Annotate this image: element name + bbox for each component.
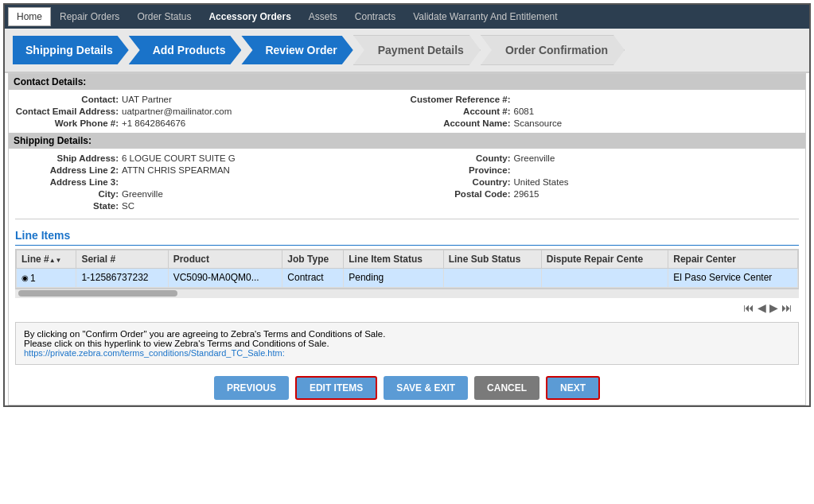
city-row: City: Greenville: [15, 189, 407, 199]
pagination-prev[interactable]: ◀: [758, 301, 766, 314]
address2-value: ATTN CHRIS SPEARMAN: [122, 165, 230, 175]
step-shipping-label[interactable]: Shipping Details: [13, 36, 129, 64]
postal-row: Postal Code: 29615: [407, 189, 800, 199]
nav-accessory-orders[interactable]: Accessory Orders: [200, 7, 299, 26]
contact-label: Contact:: [15, 95, 119, 104]
nav-assets[interactable]: Assets: [300, 7, 346, 26]
nav-repair-orders[interactable]: Repair Orders: [51, 7, 128, 26]
wizard-steps: Shipping Details Add Products Review Ord…: [5, 29, 809, 73]
pagination-next[interactable]: ▶: [769, 301, 778, 314]
cell-dispute: [541, 269, 668, 288]
account-name-label: Account Name:: [407, 118, 511, 128]
shipping-left: Ship Address: 6 LOGUE COURT SUITE G Addr…: [15, 153, 407, 211]
shipping-right: County: Greenville Province: Country: Un…: [407, 153, 800, 211]
table-row[interactable]: ◉ 1 1-12586737232 VC5090-MA0QM0... Contr…: [17, 269, 798, 288]
account-num-value: 6081: [514, 107, 535, 116]
cancel-button[interactable]: CANCEL: [474, 376, 539, 400]
ship-address-label: Ship Address:: [15, 153, 119, 163]
previous-button[interactable]: PREVIOUS: [214, 376, 289, 400]
phone-row: Work Phone #: +1 8642864676: [15, 118, 407, 128]
postal-label: Postal Code:: [407, 189, 511, 199]
address3-row: Address Line 3:: [15, 177, 407, 187]
state-label: State:: [15, 201, 119, 211]
shipping-section-header: Shipping Details:: [9, 133, 805, 149]
account-num-row: Account #: 6081: [407, 107, 800, 116]
county-value: Greenville: [514, 153, 555, 163]
terms-line1: By clicking on "Confirm Order" you are a…: [24, 329, 790, 339]
scroll-thumb[interactable]: [18, 290, 177, 297]
step-payment-label[interactable]: Payment Details: [353, 35, 481, 65]
pagination-first[interactable]: ⏮: [743, 301, 754, 314]
cell-job-type: Contract: [282, 269, 344, 288]
nav-validate[interactable]: Validate Warranty And Entitlement: [404, 7, 566, 26]
contact-section-header: Contact Details:: [9, 74, 805, 90]
col-status[interactable]: Line Item Status: [344, 250, 443, 269]
col-sub-status[interactable]: Line Sub Status: [443, 250, 541, 269]
contact-right: Customer Reference #: Account #: 6081 Ac…: [407, 95, 800, 128]
contact-row: Contact: UAT Partner: [15, 95, 407, 104]
contact-left: Contact: UAT Partner Contact Email Addre…: [15, 95, 407, 128]
email-value: uatpartner@mailinator.com: [122, 107, 232, 116]
step-add-products[interactable]: Add Products: [129, 36, 242, 64]
step-add-products-label[interactable]: Add Products: [129, 36, 242, 64]
customer-ref-label: Customer Reference #:: [407, 95, 511, 104]
city-label: City:: [15, 189, 119, 199]
contact-value: UAT Partner: [122, 95, 172, 104]
shipping-details: Ship Address: 6 LOGUE COURT SUITE G Addr…: [15, 149, 799, 215]
postal-value: 29615: [514, 189, 539, 199]
step-order-confirmation[interactable]: Order Confirmation: [481, 35, 625, 65]
cell-line-num: ◉ 1: [17, 269, 76, 288]
step-payment-details[interactable]: Payment Details: [353, 35, 481, 65]
phone-label: Work Phone #:: [15, 118, 119, 128]
step-confirmation-label[interactable]: Order Confirmation: [481, 35, 625, 65]
nav-home[interactable]: Home: [8, 7, 51, 26]
step-review-order[interactable]: Review Order: [241, 36, 352, 64]
col-line-num[interactable]: Line #▲▼: [17, 250, 76, 269]
cell-status: Pending: [344, 269, 443, 288]
cell-serial: 1-12586737232: [76, 269, 168, 288]
province-label: Province:: [407, 165, 511, 175]
horizontal-scrollbar[interactable]: [15, 289, 799, 298]
ship-address-value: 6 LOGUE COURT SUITE G: [122, 153, 236, 163]
terms-box: By clicking on "Confirm Order" you are a…: [15, 322, 799, 365]
col-product[interactable]: Product: [168, 250, 282, 269]
line-items-table-container[interactable]: Line #▲▼ Serial # Product Job Type Line …: [15, 249, 799, 289]
address2-label: Address Line 2:: [15, 165, 119, 175]
account-num-label: Account #:: [407, 107, 511, 116]
ship-address-row: Ship Address: 6 LOGUE COURT SUITE G: [15, 153, 407, 163]
step-shipping[interactable]: Shipping Details: [13, 36, 129, 64]
pagination-last[interactable]: ⏭: [781, 301, 793, 314]
terms-line2: Please click on this hyperlink to view Z…: [24, 339, 790, 348]
terms-link[interactable]: https://private.zebra.com/terms_conditio…: [24, 348, 285, 358]
main-content: Contact Details: Contact: UAT Partner Co…: [8, 73, 806, 405]
contact-details: Contact: UAT Partner Contact Email Addre…: [15, 90, 799, 133]
step-review-order-label[interactable]: Review Order: [241, 36, 352, 64]
account-name-row: Account Name: Scansource: [407, 118, 800, 128]
cell-repair-center: El Paso Service Center: [668, 269, 798, 288]
email-label: Contact Email Address:: [15, 107, 119, 116]
county-label: County:: [407, 153, 511, 163]
footer-buttons: PREVIOUS EDIT ITEMS SAVE & EXIT CANCEL N…: [15, 370, 799, 405]
col-dispute[interactable]: Dispute Repair Cente: [541, 250, 668, 269]
line-items-header: Line Items: [15, 223, 799, 246]
col-serial[interactable]: Serial #: [76, 250, 168, 269]
cell-sub-status: [443, 269, 541, 288]
account-name-value: Scansource: [514, 118, 563, 128]
country-value: United States: [514, 177, 569, 187]
nav-contracts[interactable]: Contracts: [346, 7, 404, 26]
col-job-type[interactable]: Job Type: [282, 250, 344, 269]
state-value: SC: [122, 201, 134, 211]
phone-value: +1 8642864676: [122, 118, 185, 128]
city-value: Greenville: [122, 189, 163, 199]
col-repair-center[interactable]: Repair Center: [668, 250, 798, 269]
next-button[interactable]: NEXT: [546, 376, 600, 400]
province-row: Province:: [407, 165, 800, 175]
edit-items-button[interactable]: EDIT ITEMS: [295, 376, 377, 400]
nav-order-status[interactable]: Order Status: [128, 7, 200, 26]
country-row: Country: United States: [407, 177, 800, 187]
pagination-controls: ⏮ ◀ ▶ ⏭: [15, 298, 799, 317]
address2-row: Address Line 2: ATTN CHRIS SPEARMAN: [15, 165, 407, 175]
save-exit-button[interactable]: SAVE & EXIT: [384, 376, 468, 400]
line-items-table: Line #▲▼ Serial # Product Job Type Line …: [16, 250, 798, 288]
top-navigation: Home Repair Orders Order Status Accessor…: [5, 5, 809, 29]
